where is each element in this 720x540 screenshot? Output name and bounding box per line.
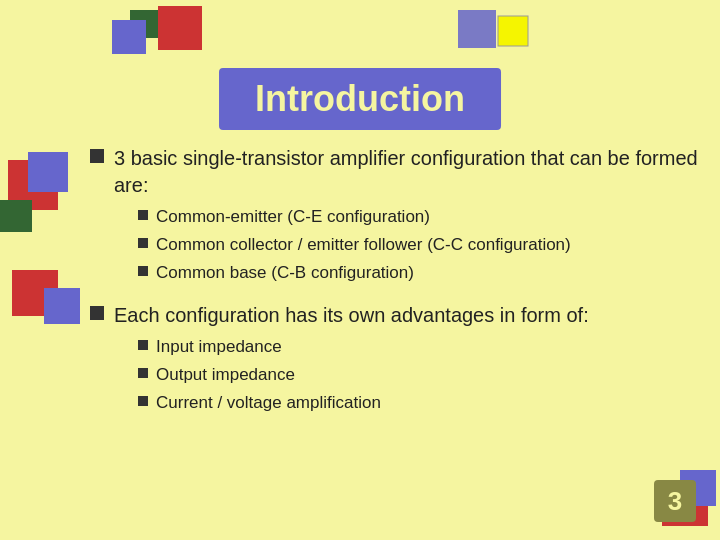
title-box: Introduction <box>219 68 501 130</box>
svg-rect-1 <box>112 20 146 54</box>
sub-item-2-2: Output impedance <box>138 363 589 387</box>
page-number-box: 3 <box>654 480 696 522</box>
page-number: 3 <box>668 486 682 517</box>
svg-rect-7 <box>0 200 32 232</box>
slide-title: Introduction <box>255 78 465 120</box>
sub-item-1-3: Common base (C-B configuration) <box>138 261 700 285</box>
sub-text-1-1: Common-emitter (C-E configuration) <box>156 205 430 229</box>
svg-rect-6 <box>28 152 68 192</box>
sub-bullet <box>138 210 148 220</box>
sub-bullet <box>138 266 148 276</box>
sub-bullet <box>138 238 148 248</box>
sub-text-2-3: Current / voltage amplification <box>156 391 381 415</box>
sub-list-2: Input impedance Output impedance Current… <box>138 335 589 414</box>
bullet-square-1 <box>90 149 104 163</box>
bullet-square-2 <box>90 306 104 320</box>
sub-list-1: Common-emitter (C-E configuration) Commo… <box>138 205 700 284</box>
svg-rect-9 <box>44 288 80 324</box>
svg-rect-3 <box>458 10 496 48</box>
main-text-1: 3 basic single-transistor amplifier conf… <box>114 145 700 199</box>
decorative-squares-left <box>0 130 85 460</box>
svg-rect-4 <box>498 16 528 46</box>
sub-item-1-1: Common-emitter (C-E configuration) <box>138 205 700 229</box>
sub-text-2-2: Output impedance <box>156 363 295 387</box>
main-bullet-2: Each configuration has its own advantage… <box>90 302 700 418</box>
sub-bullet <box>138 396 148 406</box>
content-area: 3 basic single-transistor amplifier conf… <box>90 145 700 520</box>
sub-bullet <box>138 368 148 378</box>
sub-text-2-1: Input impedance <box>156 335 282 359</box>
main-bullet-1: 3 basic single-transistor amplifier conf… <box>90 145 700 288</box>
sub-bullet <box>138 340 148 350</box>
sub-text-1-3: Common base (C-B configuration) <box>156 261 414 285</box>
main-text-2: Each configuration has its own advantage… <box>114 302 589 329</box>
sub-item-2-1: Input impedance <box>138 335 589 359</box>
sub-item-1-2: Common collector / emitter follower (C-C… <box>138 233 700 257</box>
svg-rect-2 <box>158 6 202 50</box>
sub-item-2-3: Current / voltage amplification <box>138 391 589 415</box>
sub-text-1-2: Common collector / emitter follower (C-C… <box>156 233 571 257</box>
